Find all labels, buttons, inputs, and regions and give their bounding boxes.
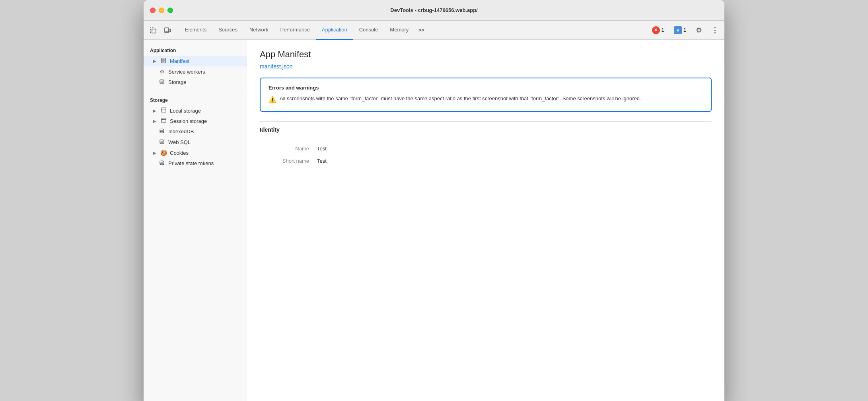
svg-point-22 xyxy=(160,140,164,141)
tab-performance[interactable]: Performance xyxy=(275,21,315,40)
svg-rect-8 xyxy=(169,29,171,32)
short-name-label: Short name xyxy=(260,155,315,167)
svg-rect-15 xyxy=(162,108,166,112)
tab-sources[interactable]: Sources xyxy=(213,21,243,40)
sidebar-service-workers-label: Service workers xyxy=(168,69,205,75)
manifest-icon xyxy=(160,58,167,64)
more-tabs-button[interactable]: >> xyxy=(415,24,428,37)
info-icon: ≡ xyxy=(674,26,682,34)
svg-rect-4 xyxy=(150,31,151,31)
device-toolbar-icon[interactable] xyxy=(161,24,174,37)
sidebar-local-storage-label: Local storage xyxy=(170,108,201,114)
svg-rect-5 xyxy=(150,32,151,33)
identity-name-row: Name Test xyxy=(260,142,712,155)
short-name-value: Test xyxy=(315,155,712,167)
error-message: All screenshots with the same "form_fact… xyxy=(280,95,641,103)
svg-rect-2 xyxy=(154,27,154,28)
info-badge-button[interactable]: ≡ 1 xyxy=(671,25,689,35)
sidebar-item-indexeddb[interactable]: IndexedDB xyxy=(144,126,247,137)
error-row: ⚠️ All screenshots with the same "form_f… xyxy=(269,95,703,105)
tab-elements[interactable]: Elements xyxy=(179,21,212,40)
session-storage-arrow: ▶ xyxy=(153,119,156,123)
errors-title: Errors and warnings xyxy=(269,85,703,91)
info-count: 1 xyxy=(683,27,686,33)
identity-table: Name Test Short name Test xyxy=(260,142,712,167)
sidebar-storage-section: Storage xyxy=(144,94,247,105)
tab-memory[interactable]: Memory xyxy=(384,21,414,40)
close-button[interactable] xyxy=(150,8,156,13)
tab-network[interactable]: Network xyxy=(244,21,274,40)
local-storage-arrow: ▶ xyxy=(153,109,156,113)
error-count: 1 xyxy=(662,27,664,33)
sidebar-session-storage-label: Session storage xyxy=(170,118,207,124)
sidebar-app-section: Application xyxy=(144,45,247,56)
sidebar-divider-1 xyxy=(144,91,247,91)
inspect-icon[interactable] xyxy=(147,24,160,37)
identity-heading: Identity xyxy=(260,121,712,136)
svg-point-23 xyxy=(160,161,164,162)
name-label: Name xyxy=(260,142,315,155)
devtools-window: DevTools - crbug-1476656.web.app/ xyxy=(144,0,724,401)
titlebar: DevTools - crbug-1476656.web.app/ xyxy=(144,0,724,21)
content-area: App Manifest manifest.json Errors and wa… xyxy=(247,40,724,401)
web-sql-icon xyxy=(159,139,165,146)
page-title: App Manifest xyxy=(260,49,712,60)
settings-icon[interactable]: ⚙ xyxy=(693,24,705,37)
private-state-tokens-icon xyxy=(159,160,165,167)
window-title: DevTools - crbug-1476656.web.app/ xyxy=(390,7,477,13)
arrow-icon: ▶ xyxy=(153,59,156,63)
toolbar-icons xyxy=(147,24,174,37)
tab-bar: Elements Sources Network Performance App… xyxy=(179,21,648,40)
svg-rect-3 xyxy=(150,29,151,30)
svg-rect-18 xyxy=(162,118,166,123)
warning-icon: ⚠️ xyxy=(269,95,276,105)
sidebar-item-service-workers[interactable]: ⚙ Service workers xyxy=(144,66,247,77)
service-workers-icon: ⚙ xyxy=(159,68,165,75)
errors-warnings-box: Errors and warnings ⚠️ All screenshots w… xyxy=(260,78,712,112)
sidebar-item-local-storage[interactable]: ▶ Local storage xyxy=(144,105,247,116)
sidebar-indexeddb-label: IndexedDB xyxy=(168,128,194,134)
toolbar: Elements Sources Network Performance App… xyxy=(144,21,724,40)
sidebar: Application ▶ Manifest ⚙ Service workers xyxy=(144,40,247,401)
sidebar-item-storage-app[interactable]: Storage xyxy=(144,77,247,88)
sidebar-manifest-label: Manifest xyxy=(170,58,189,64)
svg-rect-0 xyxy=(150,27,151,28)
svg-point-21 xyxy=(160,129,164,130)
sidebar-item-manifest[interactable]: ▶ Manifest xyxy=(144,56,247,66)
maximize-button[interactable] xyxy=(167,8,173,13)
name-value: Test xyxy=(315,142,712,155)
cookies-arrow: ▶ xyxy=(153,151,156,155)
manifest-link[interactable]: manifest.json xyxy=(260,63,292,70)
traffic-lights xyxy=(150,8,173,13)
tab-application[interactable]: Application xyxy=(316,21,353,40)
more-options-icon[interactable]: ⋮ xyxy=(708,24,721,37)
svg-point-14 xyxy=(160,80,164,81)
sidebar-item-session-storage[interactable]: ▶ Session storage xyxy=(144,116,247,126)
minimize-button[interactable] xyxy=(159,8,164,13)
tab-console[interactable]: Console xyxy=(354,21,384,40)
local-storage-icon xyxy=(160,107,167,114)
cookies-icon: 🍪 xyxy=(160,150,167,156)
sidebar-cookies-label: Cookies xyxy=(170,150,189,156)
error-icon: ✕ xyxy=(652,26,660,34)
storage-icon xyxy=(159,79,165,86)
sidebar-web-sql-label: Web SQL xyxy=(168,139,191,145)
toolbar-right: ✕ 1 ≡ 1 ⚙ ⋮ xyxy=(649,24,721,37)
sidebar-private-state-tokens-label: Private state tokens xyxy=(168,160,214,166)
svg-rect-1 xyxy=(152,27,153,28)
svg-rect-6 xyxy=(152,29,156,33)
identity-short-name-row: Short name Test xyxy=(260,155,712,167)
main-layout: Application ▶ Manifest ⚙ Service workers xyxy=(144,40,724,401)
sidebar-storage-label: Storage xyxy=(168,79,187,85)
session-storage-icon xyxy=(160,118,167,124)
sidebar-item-cookies[interactable]: ▶ 🍪 Cookies xyxy=(144,148,247,158)
sidebar-item-private-state-tokens[interactable]: Private state tokens xyxy=(144,158,247,169)
indexeddb-icon xyxy=(159,128,165,135)
sidebar-item-web-sql[interactable]: Web SQL xyxy=(144,137,247,148)
error-badge-button[interactable]: ✕ 1 xyxy=(649,25,668,35)
